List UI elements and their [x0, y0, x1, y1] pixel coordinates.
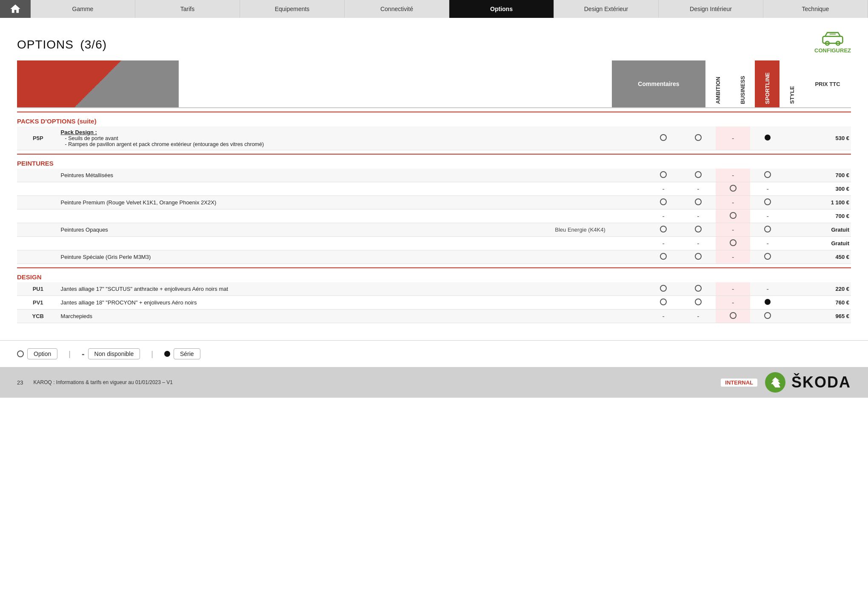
header-sportline: SPORTLINE	[755, 60, 779, 107]
row-business	[681, 296, 716, 310]
footer-bar: 23 KAROQ : Informations & tarifs en vigu…	[0, 367, 868, 398]
footer-logo: ŠKODA	[764, 371, 851, 393]
row-prix: 300 €	[785, 182, 851, 196]
header-main-col	[17, 60, 612, 107]
row-comment: Bleu Energie (K4K4)	[514, 223, 646, 237]
dash-icon: -	[82, 349, 85, 359]
section-design: DESIGN	[17, 267, 851, 282]
nav-item-gamme[interactable]: Gamme	[31, 0, 135, 18]
configurez-button[interactable]: CONFIGUREZ	[814, 29, 851, 54]
nav-home[interactable]	[0, 0, 31, 18]
row-prix: 700 €	[785, 169, 851, 182]
row-prix: 220 €	[785, 282, 851, 296]
table-row: - - - 700 €	[17, 209, 851, 223]
row-label: Peintures Opaques	[59, 223, 514, 237]
row-comment	[514, 310, 646, 323]
brand-name: ŠKODA	[791, 373, 851, 391]
packs-table: P5P Pack Design : - Seuils de porte avan…	[17, 126, 851, 150]
row-sportline: -	[716, 282, 751, 296]
row-business	[681, 169, 716, 182]
table-row: - - - Gratuit	[17, 237, 851, 250]
row-ambition	[646, 282, 681, 296]
row-style: -	[750, 237, 785, 250]
row-label	[59, 182, 514, 196]
row-comment	[514, 196, 646, 209]
legend-circle: Option	[17, 348, 57, 359]
nav-item-design-int[interactable]: Design Intérieur	[659, 0, 763, 18]
row-ambition	[646, 169, 681, 182]
row-prix: 530 €	[785, 126, 851, 150]
nav-item-options[interactable]: Options	[449, 0, 554, 18]
design-table: PU1 Jantes alliage 17" "SCUTUS" anthraci…	[17, 282, 851, 323]
row-comment	[514, 209, 646, 223]
table-row: YCB Marchepieds - - 965 €	[17, 310, 851, 323]
nav-item-equipements[interactable]: Equipements	[240, 0, 345, 18]
header-prix: PRIX TTC	[804, 60, 851, 107]
row-code	[17, 182, 59, 196]
page-number: 23	[17, 379, 23, 386]
row-comment	[514, 282, 646, 296]
row-style	[750, 196, 785, 209]
row-code	[17, 169, 59, 182]
row-business	[681, 196, 716, 209]
row-code: P5P	[17, 126, 59, 150]
row-style	[750, 296, 785, 310]
row-comment	[514, 296, 646, 310]
row-sportline	[716, 237, 751, 250]
row-prix: 760 €	[785, 296, 851, 310]
table-row: - - - 300 €	[17, 182, 851, 196]
row-ambition	[646, 126, 681, 150]
row-style	[750, 250, 785, 264]
header-image	[17, 60, 179, 107]
row-sportline	[716, 182, 751, 196]
row-code	[17, 196, 59, 209]
legend-sep-2: |	[151, 350, 153, 359]
row-ambition: -	[646, 209, 681, 223]
row-label: Peinture Spéciale (Gris Perle M3M3)	[59, 250, 514, 264]
nav-item-connectivite[interactable]: Connectivité	[345, 0, 449, 18]
header-commentaires: Commentaires	[612, 60, 705, 107]
row-business	[681, 250, 716, 264]
table-row: Peintures Opaques Bleu Energie (K4K4) - …	[17, 223, 851, 237]
row-prix: 700 €	[785, 209, 851, 223]
legend-sep-1: |	[69, 350, 71, 359]
row-style: -	[750, 209, 785, 223]
table-header: Commentaires AMBITION BUSINESS SPORTLINE…	[17, 60, 851, 108]
table-row: P5P Pack Design : - Seuils de porte avan…	[17, 126, 851, 150]
row-ambition: -	[646, 182, 681, 196]
page-title: OPTIONS (3/6)	[17, 28, 107, 54]
row-prix: 965 €	[785, 310, 851, 323]
header-business: BUSINESS	[730, 60, 755, 107]
row-business: -	[681, 209, 716, 223]
table-row: PV1 Jantes alliage 18" "PROCYON" + enjol…	[17, 296, 851, 310]
row-code: YCB	[17, 310, 59, 323]
internal-badge: INTERNAL	[721, 379, 757, 387]
footer-info: KAROQ : Informations & tarifs en vigueur…	[33, 379, 173, 385]
row-code: PU1	[17, 282, 59, 296]
row-style: -	[750, 282, 785, 296]
row-code: PV1	[17, 296, 59, 310]
row-prix: Gratuit	[785, 237, 851, 250]
row-style	[750, 310, 785, 323]
table-row: PU1 Jantes alliage 17" "SCUTUS" anthraci…	[17, 282, 851, 296]
nav-item-technique[interactable]: Technique	[763, 0, 868, 18]
row-business	[681, 126, 716, 150]
nav-item-design-ext[interactable]: Design Extérieur	[554, 0, 659, 18]
row-comment	[514, 126, 646, 150]
row-comment	[514, 250, 646, 264]
legend-option-box: Option	[27, 348, 57, 359]
row-comment	[514, 237, 646, 250]
row-prix: Gratuit	[785, 223, 851, 237]
row-label: Peintures Métallisées	[59, 169, 514, 182]
row-sportline: -	[716, 196, 751, 209]
table-row: Peinture Spéciale (Gris Perle M3M3) - 45…	[17, 250, 851, 264]
section-packs: PACKS D'OPTIONS (suite)	[17, 112, 851, 126]
row-sportline: -	[716, 169, 751, 182]
table-row: Peintures Métallisées - 700 €	[17, 169, 851, 182]
row-business: -	[681, 182, 716, 196]
row-style	[750, 223, 785, 237]
nav-item-tarifs[interactable]: Tarifs	[135, 0, 240, 18]
row-code	[17, 250, 59, 264]
row-prix: 1 100 €	[785, 196, 851, 209]
dot-icon	[164, 351, 170, 357]
